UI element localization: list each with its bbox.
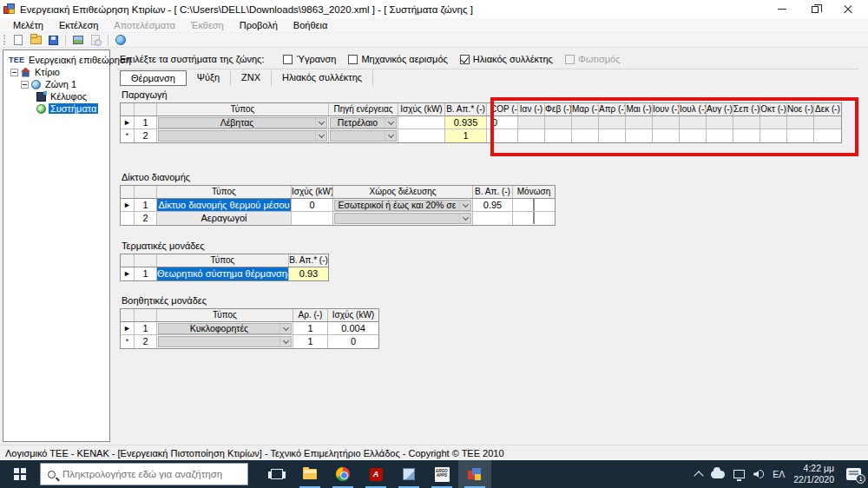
insulation-cell[interactable] [513, 212, 555, 225]
month-cell[interactable] [680, 116, 707, 129]
checkbox-mechanical-ventilation[interactable]: Μηχανικός αερισμός [348, 54, 447, 64]
checkbox-icon[interactable] [533, 212, 535, 224]
month-cell[interactable] [787, 116, 814, 129]
month-cell[interactable] [733, 129, 760, 142]
chevron-down-icon[interactable] [385, 118, 396, 128]
month-cell[interactable] [787, 129, 814, 142]
month-cell[interactable] [680, 129, 707, 142]
month-cell[interactable] [760, 129, 787, 142]
row-selector[interactable]: ► [121, 267, 135, 280]
open-file-icon[interactable] [29, 34, 43, 47]
chevron-down-icon[interactable] [279, 337, 291, 346]
type-cell-selected[interactable]: Δίκτυο διανομής θερμού μέσου [157, 199, 292, 211]
type-cell-selected[interactable]: Θεωρητικό σύστημα θέρμανσης [157, 267, 289, 280]
task-view-icon[interactable] [260, 460, 293, 488]
checkbox-humidification[interactable]: Ύγρανση [283, 54, 336, 64]
power-cell[interactable]: 0 [328, 335, 378, 348]
count-cell[interactable]: 1 [293, 335, 328, 348]
checkbox-icon[interactable] [348, 55, 358, 64]
month-cell[interactable] [572, 116, 599, 129]
tee-kenak-app-icon[interactable] [458, 460, 491, 488]
routing-space-dropdown[interactable] [333, 212, 473, 225]
efficiency-cell[interactable] [473, 212, 513, 225]
chevron-down-icon[interactable] [279, 324, 291, 333]
menu-provoli[interactable]: Προβολή [232, 18, 286, 33]
tree-node-shell[interactable]: Κέλυφος [3, 90, 109, 102]
chevron-down-icon[interactable] [459, 201, 470, 210]
type-dropdown[interactable] [157, 335, 293, 348]
tab-cooling[interactable]: Ψύξη [187, 70, 231, 86]
energy-source-dropdown[interactable]: Πετρέλαιο [329, 116, 398, 129]
volume-icon[interactable] [753, 470, 764, 478]
tree-node-root[interactable]: TEE Ενεργειακή επιθεώρηση [3, 54, 109, 66]
efficiency-cell[interactable]: 0.93 [289, 267, 328, 280]
month-cell[interactable] [599, 116, 626, 129]
row-selector[interactable]: ► [121, 322, 135, 334]
notepad-icon[interactable] [392, 460, 425, 488]
tree-node-systems[interactable]: Συστήματα [3, 102, 109, 115]
month-cell[interactable] [760, 116, 787, 129]
efficiency-cell[interactable]: 0.935 [445, 116, 487, 129]
month-cell[interactable] [518, 129, 545, 142]
checkbox-icon[interactable] [533, 199, 535, 211]
type-dropdown[interactable]: Κυκλοφορητές [157, 322, 293, 334]
checkbox-icon[interactable] [283, 55, 293, 64]
cop-cell[interactable]: 0 [487, 116, 518, 129]
month-cell[interactable] [653, 116, 680, 129]
save-icon[interactable] [46, 34, 60, 47]
power-cell[interactable] [398, 129, 445, 142]
power-cell[interactable]: 0.004 [328, 322, 378, 334]
cop-cell[interactable] [487, 129, 518, 142]
month-cell[interactable] [545, 129, 572, 142]
tab-heating[interactable]: Θέρμανση [120, 70, 187, 86]
onedrive-cloud-icon[interactable] [711, 471, 725, 478]
power-cell[interactable] [398, 116, 445, 129]
insulation-cell[interactable] [513, 199, 555, 211]
month-cell[interactable] [545, 116, 572, 129]
chevron-down-icon[interactable] [385, 131, 396, 141]
row-selector[interactable]: ► [121, 116, 135, 129]
menu-voithia[interactable]: Βοήθεια [286, 18, 335, 33]
search-input[interactable] [62, 469, 227, 479]
tree-node-building[interactable]: Κτίριο [3, 66, 109, 78]
start-button[interactable] [0, 460, 40, 488]
month-cell[interactable] [814, 129, 841, 142]
month-cell[interactable] [572, 129, 599, 142]
chevron-down-icon[interactable] [459, 214, 470, 223]
month-cell[interactable] [626, 116, 653, 129]
taskbar-search[interactable] [40, 463, 248, 485]
routing-space-dropdown[interactable]: Εσωτερικοί ή έως και 20% σε [333, 199, 473, 211]
tree-node-zone[interactable]: Ζώνη 1 [3, 78, 109, 90]
pdf-reader-icon[interactable]: A [359, 460, 392, 488]
file-explorer-icon[interactable] [293, 460, 326, 488]
collapse-icon[interactable] [21, 81, 29, 89]
checkbox-checked-icon[interactable] [460, 55, 470, 64]
chevron-down-icon[interactable] [315, 118, 326, 128]
type-dropdown[interactable] [157, 129, 329, 142]
close-button[interactable] [842, 3, 854, 16]
energy-source-dropdown[interactable] [329, 129, 398, 142]
help-globe-icon[interactable] [114, 34, 128, 47]
month-cell[interactable] [814, 116, 841, 129]
new-document-icon[interactable] [11, 34, 25, 47]
clock[interactable]: 4:22 μμ 22/1/2020 [793, 463, 834, 485]
efficiency-cell[interactable]: 0.95 [473, 199, 513, 211]
show-hidden-icons-icon[interactable] [694, 471, 704, 480]
tab-dhw[interactable]: ΖΝΧ [231, 70, 272, 86]
type-cell[interactable]: Αεραγωγοί [157, 212, 292, 225]
chrome-icon[interactable] [326, 460, 359, 488]
ergo-apps-icon[interactable]: ERGO APPS [425, 460, 458, 488]
month-cell[interactable] [707, 129, 733, 142]
month-cell[interactable] [626, 129, 653, 142]
image-icon[interactable] [71, 34, 85, 47]
menu-ektelesi[interactable]: Εκτέλεση [51, 18, 106, 33]
collapse-icon[interactable] [10, 69, 18, 76]
row-selector[interactable]: ► [121, 199, 135, 211]
language-indicator[interactable]: ΕΛ [773, 469, 785, 479]
network-icon[interactable] [733, 470, 745, 478]
menu-meleti[interactable]: Μελέτη [5, 18, 51, 33]
efficiency-cell[interactable]: 1 [445, 129, 487, 142]
month-cell[interactable] [518, 116, 545, 129]
restore-button[interactable] [809, 3, 821, 16]
tab-solar-collector[interactable]: Ηλιακός συλλέκτης [272, 70, 373, 86]
